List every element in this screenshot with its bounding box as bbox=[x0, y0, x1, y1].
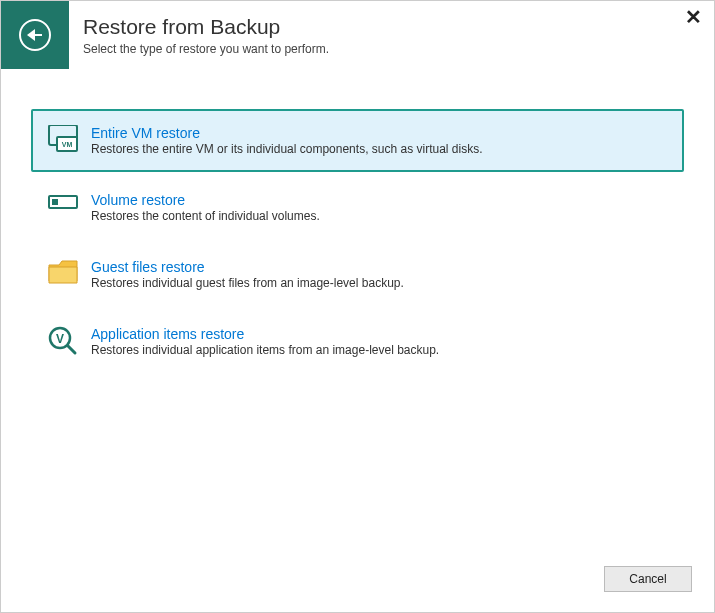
svg-text:V: V bbox=[56, 332, 64, 346]
close-button[interactable]: ✕ bbox=[685, 7, 702, 27]
option-volume[interactable]: Volume restore Restores the content of i… bbox=[31, 176, 684, 239]
option-guest-files[interactable]: Guest files restore Restores individual … bbox=[31, 243, 684, 306]
vm-icon: VM bbox=[45, 125, 83, 155]
option-volume-desc: Restores the content of individual volum… bbox=[91, 209, 670, 223]
cancel-button[interactable]: Cancel bbox=[604, 566, 692, 592]
dialog-title: Restore from Backup bbox=[83, 14, 329, 39]
option-entire-vm-title: Entire VM restore bbox=[91, 125, 670, 141]
header-accent-panel bbox=[1, 1, 69, 69]
svg-line-7 bbox=[68, 346, 75, 353]
magnifier-v-icon: V bbox=[45, 326, 83, 356]
volume-icon bbox=[45, 192, 83, 212]
dialog-header: Restore from Backup Select the type of r… bbox=[1, 1, 714, 69]
back-arrow-stem-icon bbox=[34, 34, 42, 36]
option-entire-vm-desc: Restores the entire VM or its individual… bbox=[91, 142, 670, 156]
header-text-group: Restore from Backup Select the type of r… bbox=[69, 14, 329, 55]
folder-icon bbox=[45, 259, 83, 287]
option-app-items-desc: Restores individual application items fr… bbox=[91, 343, 670, 357]
svg-text:VM: VM bbox=[62, 141, 73, 148]
options-list: VM Entire VM restore Restores the entire… bbox=[1, 69, 714, 552]
restore-window: ✕ Restore from Backup Select the type of… bbox=[0, 0, 715, 613]
back-button[interactable] bbox=[19, 19, 51, 51]
option-app-items[interactable]: V Application items restore Restores ind… bbox=[31, 310, 684, 373]
dialog-footer: Cancel bbox=[1, 552, 714, 612]
dialog-subtitle: Select the type of restore you want to p… bbox=[83, 42, 329, 56]
option-guest-files-title: Guest files restore bbox=[91, 259, 670, 275]
svg-rect-4 bbox=[52, 199, 58, 205]
option-entire-vm[interactable]: VM Entire VM restore Restores the entire… bbox=[31, 109, 684, 172]
option-volume-title: Volume restore bbox=[91, 192, 670, 208]
option-guest-files-desc: Restores individual guest files from an … bbox=[91, 276, 670, 290]
option-app-items-title: Application items restore bbox=[91, 326, 670, 342]
